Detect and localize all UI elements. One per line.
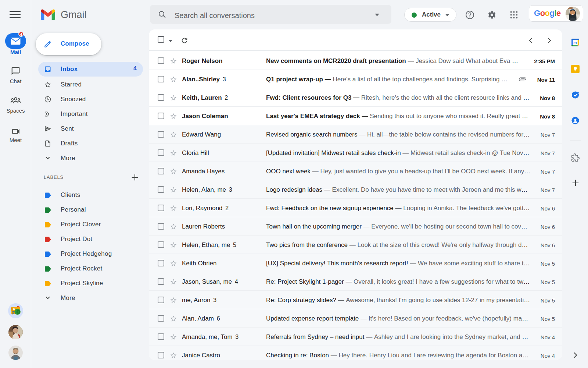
svg-text:31: 31	[573, 41, 577, 45]
